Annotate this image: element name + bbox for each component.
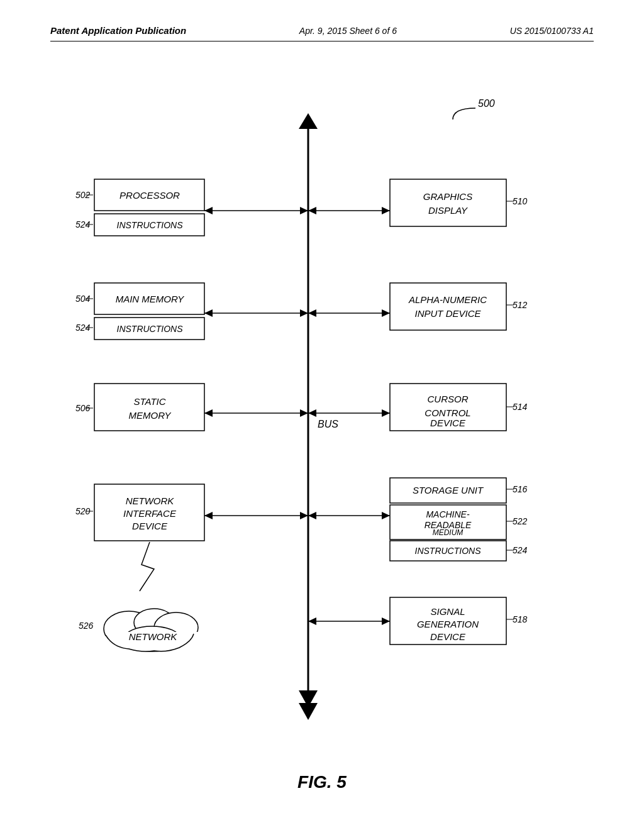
publication-label: Patent Application Publication: [50, 25, 186, 36]
svg-text:DEVICE: DEVICE: [430, 631, 466, 642]
svg-marker-102: [299, 703, 318, 720]
svg-text:522: 522: [513, 516, 528, 526]
svg-marker-22: [382, 207, 390, 214]
svg-text:SIGNAL: SIGNAL: [430, 606, 465, 617]
svg-text:STATIC: STATIC: [133, 396, 165, 407]
figure-label: FIG. 5: [297, 772, 347, 792]
patent-diagram: 500 BUS PROCESSOR INSTRUCTIONS 502 524 G…: [38, 75, 606, 767]
svg-text:INTERFACE: INTERFACE: [123, 508, 177, 519]
svg-text:NETWORK: NETWORK: [126, 495, 175, 506]
network-cloud: NETWORK: [104, 609, 200, 651]
svg-text:DISPLAY: DISPLAY: [428, 205, 468, 216]
svg-text:MEDIUM: MEDIUM: [433, 528, 464, 537]
svg-rect-42: [94, 384, 204, 431]
svg-text:CONTROL: CONTROL: [425, 407, 470, 418]
svg-text:ALPHA-NUMERIC: ALPHA-NUMERIC: [408, 294, 487, 305]
svg-text:INSTRUCTIONS: INSTRUCTIONS: [117, 324, 184, 334]
svg-text:524: 524: [513, 545, 528, 555]
svg-text:PROCESSOR: PROCESSOR: [119, 190, 180, 201]
svg-text:510: 510: [513, 196, 528, 206]
svg-marker-41: [382, 309, 390, 317]
svg-marker-13: [204, 207, 213, 214]
svg-marker-67: [300, 512, 308, 519]
patent-number-label: US 2015/0100733 A1: [510, 26, 594, 36]
svg-marker-66: [204, 512, 213, 519]
svg-text:MACHINE-: MACHINE-: [426, 509, 470, 519]
svg-text:MEMORY: MEMORY: [129, 410, 172, 421]
svg-text:518: 518: [513, 614, 528, 624]
svg-text:DEVICE: DEVICE: [430, 418, 466, 428]
svg-text:MAIN MEMORY: MAIN MEMORY: [116, 294, 185, 304]
svg-text:526: 526: [79, 621, 94, 631]
svg-rect-15: [390, 179, 506, 226]
svg-marker-58: [382, 409, 390, 417]
svg-marker-83: [308, 512, 316, 519]
svg-text:INSTRUCTIONS: INSTRUCTIONS: [415, 546, 482, 556]
svg-text:INPUT DEVICE: INPUT DEVICE: [414, 308, 481, 319]
svg-text:512: 512: [513, 300, 528, 310]
svg-text:CURSOR: CURSOR: [427, 394, 468, 404]
svg-text:NETWORK: NETWORK: [129, 631, 178, 642]
ref-500: 500: [478, 98, 495, 109]
svg-text:514: 514: [513, 402, 528, 412]
svg-marker-99: [308, 617, 316, 625]
page-header: Patent Application Publication Apr. 9, 2…: [50, 25, 594, 42]
svg-marker-84: [382, 512, 390, 519]
svg-marker-100: [382, 617, 390, 625]
svg-marker-40: [308, 309, 316, 317]
svg-text:STORAGE UNIT: STORAGE UNIT: [413, 485, 484, 495]
svg-marker-57: [308, 409, 316, 417]
svg-marker-33: [300, 309, 308, 317]
svg-text:INSTRUCTIONS: INSTRUCTIONS: [117, 220, 184, 230]
svg-text:DEVICE: DEVICE: [132, 521, 168, 531]
svg-marker-14: [300, 207, 308, 214]
date-sheet-label: Apr. 9, 2015 Sheet 6 of 6: [299, 26, 397, 36]
svg-marker-49: [300, 409, 308, 417]
svg-marker-1: [299, 113, 318, 129]
svg-marker-32: [204, 309, 213, 317]
bus-label: BUS: [318, 419, 338, 429]
svg-text:516: 516: [513, 484, 528, 494]
svg-rect-34: [390, 283, 506, 330]
svg-marker-21: [308, 207, 316, 214]
svg-text:GENERATION: GENERATION: [417, 619, 479, 629]
svg-marker-48: [204, 409, 213, 417]
svg-text:GRAPHICS: GRAPHICS: [423, 191, 472, 202]
